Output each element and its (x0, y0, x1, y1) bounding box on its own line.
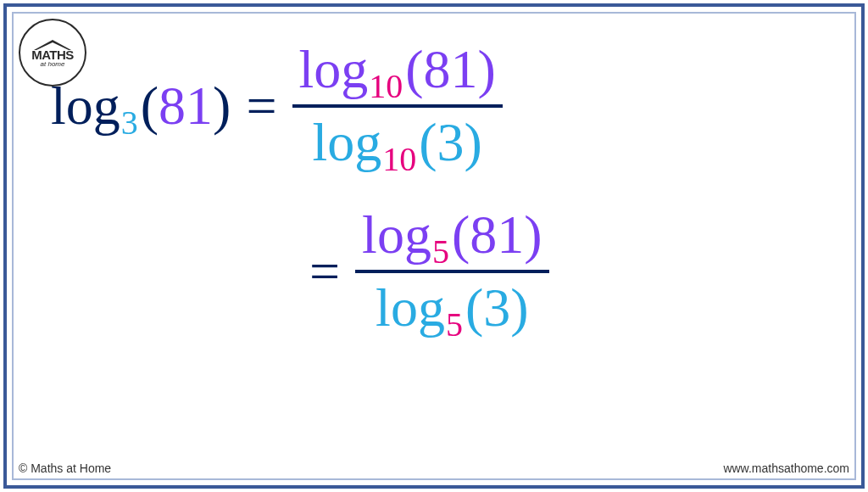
footer-url: www.mathsathome.com (723, 461, 849, 475)
footer: © Maths at Home www.mathsathome.com (19, 461, 849, 475)
equation-content: log 3 ( 81 ) = log 10 ( 81 ) log 10 ( 3 … (51, 38, 834, 369)
log-text: log (299, 38, 369, 101)
denominator-1: log 10 ( 3 ) (306, 111, 489, 174)
paren-open: ( (405, 38, 423, 101)
paren-open: ( (419, 111, 437, 174)
log-arg: 3 (437, 111, 465, 174)
fraction-1: log 10 ( 81 ) log 10 ( 3 ) (292, 38, 503, 174)
paren-close: ) (465, 111, 482, 174)
equals-sign: = (309, 240, 340, 303)
log-base: 10 (382, 139, 416, 179)
numerator-1: log 10 ( 81 ) (292, 38, 503, 101)
equals-sign: = (246, 75, 276, 137)
log-base: 5 (446, 305, 463, 344)
equation-row-1: log 3 ( 81 ) = log 10 ( 81 ) log 10 ( 3 … (51, 38, 834, 174)
numerator-2: log 5 ( 81 ) (355, 204, 548, 266)
log-text: log (376, 277, 445, 339)
paren-open: ( (465, 277, 483, 339)
paren-open: ( (141, 75, 159, 137)
footer-copyright: © Maths at Home (19, 461, 111, 475)
fraction-2: log 5 ( 81 ) log 5 ( 3 ) (355, 204, 548, 339)
equation-row-2: = log 5 ( 81 ) log 5 ( 3 ) (51, 204, 834, 339)
log-arg: 81 (159, 75, 213, 137)
denominator-2: log 5 ( 3 ) (369, 277, 535, 339)
paren-close: ) (478, 38, 496, 101)
lhs-expression: log 3 ( 81 ) (51, 75, 231, 137)
log-text: log (313, 111, 382, 174)
log-base: 3 (121, 103, 138, 143)
log-arg: 81 (424, 38, 478, 101)
paren-close: ) (510, 277, 528, 339)
log-text: log (362, 204, 431, 266)
paren-open: ( (452, 204, 470, 266)
log-arg: 81 (470, 204, 524, 266)
fraction-bar (355, 270, 548, 273)
log-text: log (51, 75, 120, 137)
log-arg: 3 (483, 277, 510, 339)
log-base: 10 (369, 66, 403, 106)
paren-close: ) (524, 204, 542, 266)
log-base: 5 (432, 232, 449, 271)
paren-close: ) (213, 75, 231, 137)
